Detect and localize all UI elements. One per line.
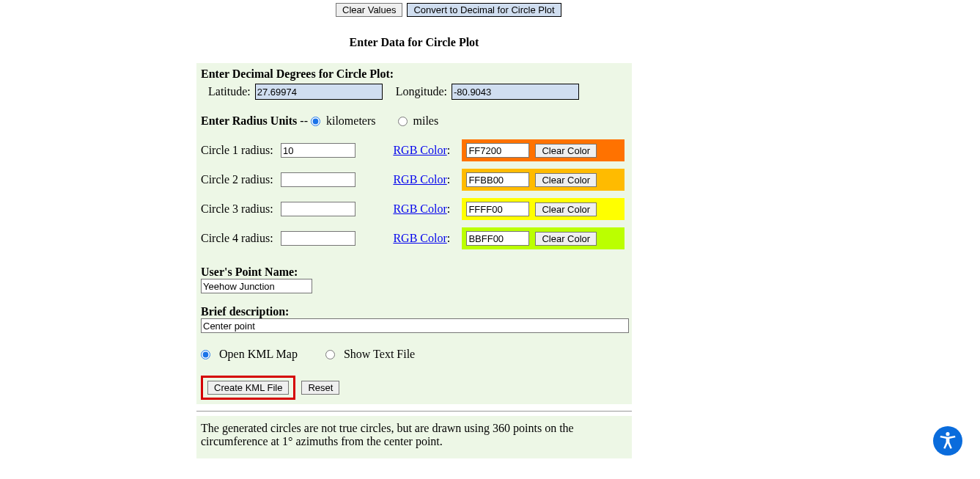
circle-plot-form: Enter Decimal Degrees for Circle Plot: L… (196, 63, 632, 404)
color-swatch-2: Clear Color (462, 169, 625, 191)
clear-values-button[interactable]: Clear Values (336, 3, 402, 17)
latitude-input[interactable] (255, 84, 383, 100)
circle-1-radius-input[interactable] (281, 143, 355, 158)
accessibility-icon[interactable] (933, 426, 962, 456)
separator (196, 411, 632, 412)
color-swatch-3: Clear Color (462, 198, 625, 220)
longitude-label: Longitude: (396, 85, 447, 98)
create-kml-button[interactable]: Create KML File (207, 381, 289, 395)
radius-units-label: Enter Radius Units (201, 114, 297, 128)
point-name-label: User's Point Name: (201, 266, 627, 279)
units-mi-radio[interactable] (398, 117, 408, 126)
circle-1-color-input[interactable] (466, 143, 529, 158)
circle-4-radius-input[interactable] (281, 231, 355, 246)
clear-color-1-button[interactable]: Clear Color (535, 144, 597, 158)
circle-label: Circle 3 radius: (201, 198, 281, 220)
dec-deg-label: Enter Decimal Degrees for Circle Plot: (201, 67, 627, 81)
show-text-label: Show Text File (344, 348, 415, 361)
rgb-color-link[interactable]: RGB Color (393, 202, 446, 215)
circle-row-4: Circle 4 radius: RGB Color: Clear Color (201, 227, 627, 249)
circle-2-color-input[interactable] (466, 172, 529, 187)
point-name-input[interactable] (201, 279, 312, 293)
clear-color-3-button[interactable]: Clear Color (535, 202, 597, 216)
circle-label: Circle 4 radius: (201, 227, 281, 249)
circle-label: Circle 1 radius: (201, 139, 281, 161)
clear-color-4-button[interactable]: Clear Color (535, 232, 597, 246)
circle-3-radius-input[interactable] (281, 202, 355, 216)
circle-table: Circle 1 radius: RGB Color: Clear Color … (201, 132, 627, 257)
units-km-radio[interactable] (311, 117, 320, 126)
show-text-radio[interactable] (325, 350, 335, 359)
color-swatch-1: Clear Color (462, 139, 625, 161)
rgb-color-link[interactable]: RGB Color (393, 144, 446, 156)
circle-2-radius-input[interactable] (281, 172, 355, 187)
section-heading: Enter Data for Circle Plot (0, 36, 828, 49)
units-mi-label: miles (413, 114, 439, 128)
clear-color-2-button[interactable]: Clear Color (535, 173, 597, 187)
circle-3-color-input[interactable] (466, 202, 529, 216)
longitude-input[interactable] (452, 84, 579, 100)
color-swatch-4: Clear Color (462, 227, 625, 249)
circle-label: Circle 2 radius: (201, 169, 281, 191)
circle-row-1: Circle 1 radius: RGB Color: Clear Color (201, 139, 627, 161)
desc-label: Brief description: (201, 305, 627, 318)
description-input[interactable] (201, 318, 629, 333)
open-kml-radio[interactable] (201, 350, 210, 359)
circle-row-3: Circle 3 radius: RGB Color: Clear Color (201, 198, 627, 220)
footer-note: The generated circles are not true circl… (196, 416, 632, 458)
rgb-color-link[interactable]: RGB Color (393, 232, 446, 244)
rgb-color-link[interactable]: RGB Color (393, 173, 446, 186)
reset-button[interactable]: Reset (301, 381, 339, 395)
units-separator: -- (300, 114, 308, 128)
open-kml-label: Open KML Map (219, 348, 298, 361)
units-km-label: kilometers (326, 114, 376, 128)
person-icon (937, 431, 958, 451)
circle-4-color-input[interactable] (466, 231, 529, 246)
svg-point-0 (946, 432, 949, 436)
circle-row-2: Circle 2 radius: RGB Color: Clear Color (201, 169, 627, 191)
convert-to-decimal-button[interactable]: Convert to Decimal for Circle Plot (407, 3, 561, 17)
latitude-label: Latitude: (208, 85, 251, 98)
create-kml-highlight: Create KML File (201, 376, 295, 400)
